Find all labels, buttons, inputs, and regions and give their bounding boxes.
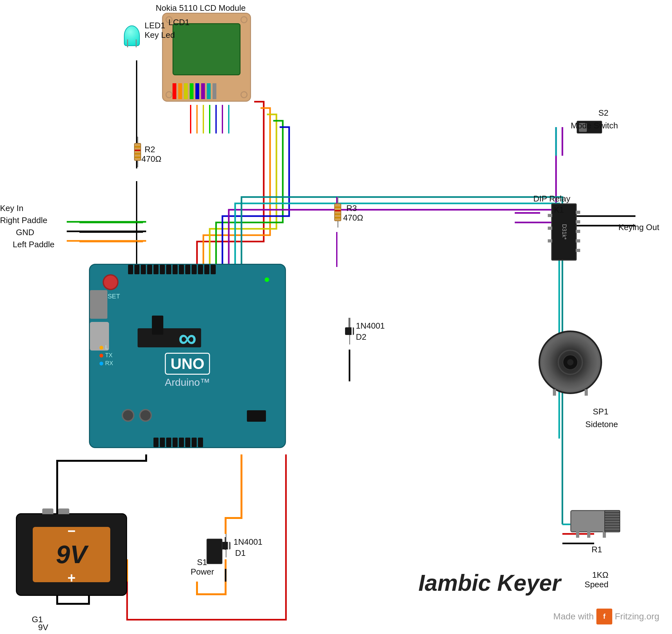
- arduino-digital-pins: [128, 265, 216, 274]
- watermark: Made with f Fritzing.org: [553, 609, 659, 625]
- arduino-cap2: [139, 409, 152, 422]
- arduino-icsp2: [247, 410, 266, 422]
- s2-name-label: S2: [598, 108, 608, 118]
- arduino-tx-rx: L TX RX: [99, 344, 113, 367]
- arduino-tx-label: TX: [105, 352, 113, 359]
- g1-value-label: 9V: [38, 623, 48, 632]
- arduino-cap1: [122, 409, 135, 422]
- lcd-pins: [172, 83, 216, 99]
- led-label-ref: LED1: [145, 21, 165, 30]
- r3-label-value: 470Ω: [343, 213, 363, 223]
- r3-label-ref: R3: [346, 204, 357, 213]
- main-canvas: Nokia 5110 LCD Module LCD1 LED1 Key Led …: [0, 0, 672, 634]
- key-in-label: Key In: [0, 204, 24, 213]
- r1-name-label: Speed: [585, 580, 608, 589]
- arduino-l-label: L: [105, 344, 109, 351]
- arduino-reset-button[interactable]: [103, 274, 119, 290]
- page-title: Iambic Keyer: [418, 570, 561, 596]
- s1-ref-label: S1: [197, 557, 207, 567]
- battery-g1: 9V − +: [16, 513, 127, 596]
- lcd-module-label: Nokia 5110 LCD Module: [156, 3, 246, 13]
- d1-name-label: 1N4001: [234, 537, 262, 547]
- gnd-label: GND: [16, 228, 34, 237]
- resistor-r2: [134, 137, 141, 167]
- r2-label-ref: R2: [145, 145, 155, 155]
- arduino-icsp1: [152, 315, 163, 335]
- led-label-name: Key Led: [145, 30, 175, 40]
- fritzing-logo: f: [596, 609, 612, 625]
- relay-ref-label: K1: [554, 205, 564, 215]
- potentiometer-r1: [570, 510, 611, 542]
- lcd-ref-label: LCD1: [168, 18, 189, 27]
- lcd-screen: [172, 23, 241, 75]
- sp1-ref-label: SP1: [593, 407, 608, 417]
- s1-name-label: Power: [191, 567, 214, 577]
- arduino-power-led: [265, 277, 269, 282]
- arduino-rx-label: RX: [105, 360, 113, 367]
- arduino-analog-pins: [153, 438, 203, 447]
- led-component: [124, 25, 140, 46]
- s2-ref-label: Mode Switch: [571, 121, 618, 131]
- right-paddle-label: Right Paddle: [0, 215, 47, 225]
- arduino-name: Arduino™: [165, 377, 210, 388]
- lcd-hole-bl: [166, 91, 172, 98]
- r1-value-label: 1KΩ: [592, 570, 608, 580]
- keying-out-label: Keying Out: [618, 222, 659, 232]
- fritzing-text: Fritzing.org: [615, 611, 659, 621]
- relay-name-label: DIP Relay: [533, 194, 570, 204]
- d1-ref-label: D1: [235, 548, 246, 558]
- resistor-r3: [334, 197, 341, 228]
- sp1-name-label: Sidetone: [585, 420, 618, 429]
- arduino-board: RESET L TX RX: [89, 264, 286, 448]
- lcd-hole-br: [241, 91, 247, 98]
- input-wires: [67, 219, 156, 251]
- arduino-voltage-reg: [90, 290, 107, 319]
- lcd-hole-tr: [241, 16, 247, 23]
- arduino-uno-text: UNO: [165, 353, 210, 375]
- arduino-logo: ∞ UNO Arduino™: [165, 324, 210, 388]
- left-paddle-label: Left Paddle: [13, 240, 55, 250]
- power-switch-s1[interactable]: [207, 539, 222, 564]
- r1-ref-label: R1: [592, 545, 602, 555]
- d2-ref-label: D2: [356, 332, 366, 342]
- watermark-text: Made with: [553, 611, 594, 621]
- speaker-sp1: [538, 330, 602, 394]
- relay-text: D31k*: [561, 224, 568, 240]
- r2-label-value: 470Ω: [141, 154, 161, 164]
- diode-d1: [221, 534, 230, 557]
- d2-name-label: 1N4001: [356, 321, 385, 331]
- diode-d2: [345, 318, 354, 345]
